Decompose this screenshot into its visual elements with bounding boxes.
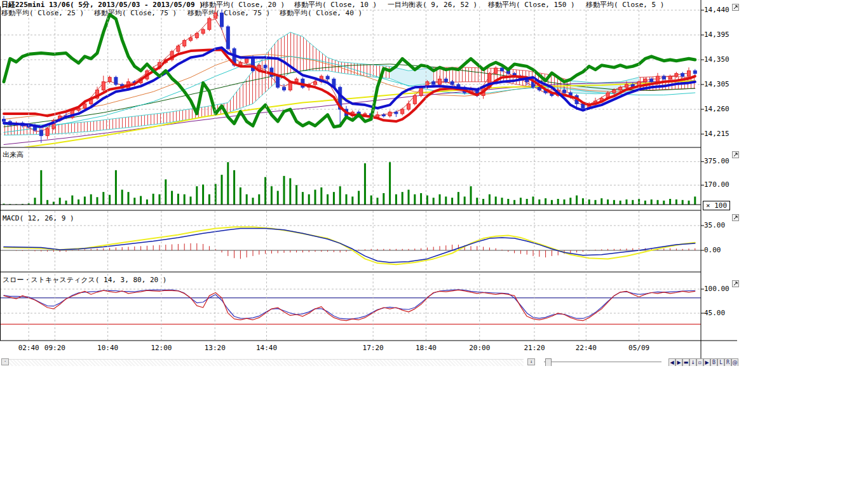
chart-toolbar-buttons: ◀▶▬↓▫▶BLR@M▪ — [668, 358, 743, 366]
time-tick-label: 17:20 — [359, 344, 387, 352]
toolbar-button[interactable]: ▶ — [703, 358, 710, 366]
axis-tick-label: 14,440 — [704, 6, 729, 14]
macd-panel-label: MACD( 12, 26, 9 ) — [3, 214, 74, 222]
volume-multiplier-badge: × 100 — [703, 201, 730, 210]
bottom-scroll-strip: · ↓ ◀▶▬↓▫▶BLR@M▪ — [0, 358, 743, 366]
time-tick-label: 13:20 — [201, 344, 229, 352]
volume-panel-scroll-button[interactable] — [732, 151, 739, 158]
time-tick-label: 18:40 — [412, 344, 440, 352]
zoom-slider-rail — [544, 362, 661, 362]
toolbar-button[interactable]: ↓ — [689, 358, 696, 366]
zoom-slider[interactable] — [540, 358, 664, 366]
axis-tick-label: 14,395 — [704, 30, 729, 39]
time-tick-label: 20:00 — [466, 344, 494, 352]
axis-tick-label: 375.00 — [704, 157, 729, 165]
axis-tick-label: 14,350 — [704, 55, 729, 64]
horizontal-scrollbar-track[interactable] — [9, 359, 524, 366]
time-tick-label: 10:40 — [94, 344, 122, 352]
time-tick-label: 09:20 — [41, 344, 69, 352]
time-tick-label: 02:40 — [15, 344, 43, 352]
chart-application-window: 日経225mini 13/06( 5分, 2013/05/03 - 2013/0… — [0, 0, 868, 488]
axis-tick-label: 14,305 — [704, 80, 729, 88]
toolbar-button[interactable]: ◀ — [668, 358, 675, 366]
scroll-step-button[interactable]: ↓ — [527, 358, 535, 365]
toolbar-button[interactable]: ▬ — [682, 358, 689, 366]
time-tick-label: 05/09 — [625, 344, 653, 352]
macd-panel-scroll-button[interactable] — [732, 214, 739, 221]
toolbar-button[interactable]: B — [710, 358, 717, 366]
price-chart-canvas — [0, 0, 743, 369]
stochastic-panel-label: スロー・ストキャスティクス( 14, 3, 80, 20 ) — [3, 275, 166, 285]
axis-tick-label: 100.00 — [704, 285, 729, 293]
axis-tick-label: 170.00 — [704, 180, 729, 189]
time-tick-label: 12:00 — [147, 344, 175, 352]
volume-panel-label: 出来高 — [3, 150, 24, 159]
zoom-slider-handle[interactable] — [545, 358, 552, 366]
scroll-left-button[interactable]: · — [1, 358, 9, 365]
toolbar-button[interactable]: L — [717, 358, 724, 366]
axis-tick-label: 45.00 — [704, 309, 725, 317]
stoch-panel-scroll-button[interactable] — [732, 280, 739, 287]
main-panel-scroll-button[interactable] — [732, 4, 739, 11]
time-tick-label: 22:40 — [572, 344, 600, 352]
axis-tick-label: 14,260 — [704, 105, 729, 113]
toolbar-button[interactable]: R — [724, 358, 731, 366]
toolbar-button[interactable]: ▶ — [675, 358, 682, 366]
toolbar-button[interactable]: ▫ — [696, 358, 703, 366]
time-tick-label: 14:40 — [253, 344, 281, 352]
axis-tick-label: 14,215 — [704, 130, 729, 138]
axis-tick-label: 0.00 — [704, 246, 721, 254]
axis-tick-label: 35.00 — [704, 221, 725, 229]
time-tick-label: 21:20 — [520, 344, 548, 352]
toolbar-button[interactable]: @ — [731, 358, 738, 366]
